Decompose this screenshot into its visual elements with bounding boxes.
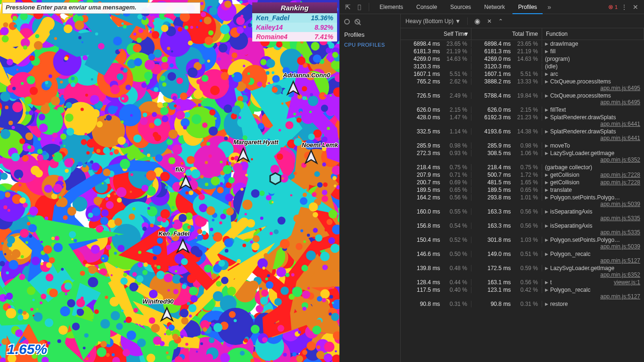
game-viewport[interactable]: Pressione Enter para enviar uma mensagem… xyxy=(0,0,339,362)
eye-icon[interactable]: ◉ xyxy=(474,17,480,25)
player-ship xyxy=(285,80,302,99)
ranking-row: Kailey14 8.92% xyxy=(252,23,337,32)
kebab-icon[interactable]: ⋮ xyxy=(619,3,629,11)
view-mode-select[interactable]: Heavy (Bottom Up) ▼ xyxy=(405,18,461,25)
profile-row[interactable]: 139.8 ms0.48 %172.5 ms0.59 %▶LazySvgLoad… xyxy=(401,264,644,279)
svg-marker-0 xyxy=(270,173,281,184)
profile-row[interactable]: 626.0 ms2.15 %626.0 ms2.15 %▶fillText xyxy=(401,106,644,114)
powerup-hexagon xyxy=(269,172,282,187)
profile-row[interactable]: 146.6 ms0.50 %149.0 ms0.51 %▶Polygon._re… xyxy=(401,250,644,264)
profile-row[interactable]: 160.0 ms0.55 %163.3 ms0.56 %▶isSeparatin… xyxy=(401,208,644,222)
profile-row[interactable]: 1607.1 ms5.51 %1607.1 ms5.51 %▶arc xyxy=(401,70,644,78)
profile-row[interactable]: 117.5 ms0.40 %123.1 ms0.42 %▶Polygon._re… xyxy=(401,286,644,300)
col-function[interactable]: Function xyxy=(542,28,644,40)
profile-main: Heavy (Bottom Up) ▼ ◉ ✕ ⌃ Self Time▼ Tot… xyxy=(401,14,644,362)
profile-row[interactable]: 3120.3 ms3120.3 ms(idle) xyxy=(401,63,644,70)
ranking-name: Romaine4 xyxy=(256,33,288,41)
error-badge[interactable]: 1 xyxy=(608,3,618,10)
tab-profiles[interactable]: Profiles xyxy=(512,0,543,14)
player-ship xyxy=(174,238,191,257)
chat-input[interactable]: Pressione Enter para enviar uma mensagem… xyxy=(2,2,200,14)
tab-network[interactable]: Network xyxy=(479,0,511,14)
profile-row[interactable]: 6181.3 ms21.19 %6181.3 ms21.19 %▶fill xyxy=(401,48,644,55)
profile-row[interactable]: 726.5 ms2.49 %5788.4 ms19.84 %▶CtxQueue.… xyxy=(401,92,644,106)
nav-up-icon[interactable]: ⌃ xyxy=(498,18,503,25)
player-label: filc xyxy=(175,166,184,173)
profiles-sidebar: Profiles CPU PROFILES xyxy=(339,14,401,362)
ranking-row: Ken_Fadel 15.36% xyxy=(252,13,337,23)
ranking-title: Ranking xyxy=(252,2,337,13)
profile-row[interactable]: 207.9 ms0.71 %500.7 ms1.72 %▶getCollisio… xyxy=(401,171,644,179)
close-icon[interactable]: ✕ xyxy=(631,3,640,11)
ranking-row: Romaine4 7.41% xyxy=(252,32,337,41)
tab-console[interactable]: Console xyxy=(411,0,443,14)
profile-row[interactable]: 272.3 ms0.93 %308.5 ms1.06 %▶LazySvgLoad… xyxy=(401,149,644,164)
devtools-tabbar: ⇱ ⌷ Elements Console Sources Network Pro… xyxy=(339,0,644,14)
player-label: Noemi.Lemk xyxy=(302,141,338,148)
close-profile-icon[interactable]: ✕ xyxy=(487,18,492,25)
player-label: Winifred90 xyxy=(142,298,173,305)
ranking-panel: Ranking Ken_Fadel 15.36% Kailey14 8.92% … xyxy=(252,2,337,41)
profile-row[interactable]: 150.4 ms0.52 %301.8 ms1.03 %▶Polygon.set… xyxy=(401,236,644,250)
profile-row[interactable]: 765.2 ms2.62 %3888.2 ms13.33 %▶CtxQueue.… xyxy=(401,78,644,92)
player-ship xyxy=(158,306,175,325)
profile-grid-header: Self Time▼ Total Time Function xyxy=(401,28,644,40)
profile-row[interactable]: 4269.0 ms14.63 %4269.0 ms14.63 %(program… xyxy=(401,55,644,63)
profile-row[interactable]: 6898.4 ms23.65 %6898.4 ms23.65 %▶drawIma… xyxy=(401,40,644,48)
ranking-pct: 15.36% xyxy=(311,14,333,22)
player-ship xyxy=(177,174,194,193)
player-ship xyxy=(303,149,320,168)
player-label: Ken_Fadel xyxy=(158,230,190,237)
player-label: Margarett.Hyatt xyxy=(233,139,278,146)
col-total-time[interactable]: Total Time xyxy=(471,28,542,40)
devtools-panel: ⇱ ⌷ Elements Console Sources Network Pro… xyxy=(339,0,644,362)
profile-row[interactable]: 218.4 ms0.75 %218.4 ms0.75 %(garbage col… xyxy=(401,164,644,171)
profile-row[interactable]: 332.5 ms1.14 %4193.6 ms14.38 %▶SplatRend… xyxy=(401,128,644,142)
sidebar-item-cpu-profiles[interactable]: CPU PROFILES xyxy=(339,40,400,49)
profile-grid-body[interactable]: 6898.4 ms23.65 %6898.4 ms23.65 %▶drawIma… xyxy=(401,40,644,362)
profile-row[interactable]: 164.2 ms0.56 %293.8 ms1.01 %▶Polygon.set… xyxy=(401,194,644,208)
coverage-percent: 1.65% xyxy=(7,341,47,357)
profile-row[interactable]: 428.0 ms1.47 %6192.3 ms21.23 %▶SplatRend… xyxy=(401,114,644,128)
inspect-icon[interactable]: ⇱ xyxy=(343,3,353,11)
profile-row[interactable]: 200.7 ms0.69 %481.5 ms1.65 %▶getCollisio… xyxy=(401,179,644,186)
player-ship xyxy=(235,147,252,166)
more-tabs-icon[interactable]: » xyxy=(545,3,554,11)
profile-row[interactable]: 128.4 ms0.44 %163.1 ms0.56 %▶tviewer.js:… xyxy=(401,279,644,286)
ranking-name: Ken_Fadel xyxy=(256,14,289,22)
col-self-time[interactable]: Self Time▼ xyxy=(401,28,471,40)
divider xyxy=(467,17,468,25)
tab-elements[interactable]: Elements xyxy=(374,0,409,14)
profile-row[interactable]: 189.5 ms0.65 %189.5 ms0.65 %▶translate xyxy=(401,186,644,194)
record-icon[interactable] xyxy=(344,19,350,25)
sidebar-title: Profiles xyxy=(339,26,400,40)
ranking-pct: 8.92% xyxy=(314,24,333,31)
ranking-name: Kailey14 xyxy=(256,24,283,31)
profile-toolbar: Heavy (Bottom Up) ▼ ◉ ✕ ⌃ xyxy=(401,14,644,28)
profile-row[interactable]: 90.8 ms0.31 %90.8 ms0.31 %▶restore xyxy=(401,300,644,308)
tab-sources[interactable]: Sources xyxy=(445,0,477,14)
device-icon[interactable]: ⌷ xyxy=(355,3,364,11)
player-label: Adrianna.Conn0 xyxy=(283,72,330,79)
clear-icon[interactable] xyxy=(355,19,360,25)
ranking-pct: 7.41% xyxy=(314,33,333,41)
profile-row[interactable]: 285.9 ms0.98 %285.9 ms0.98 %▶moveTo xyxy=(401,142,644,149)
divider xyxy=(369,3,369,11)
profile-row[interactable]: 156.8 ms0.54 %163.3 ms0.56 %▶isSeparatin… xyxy=(401,222,644,236)
